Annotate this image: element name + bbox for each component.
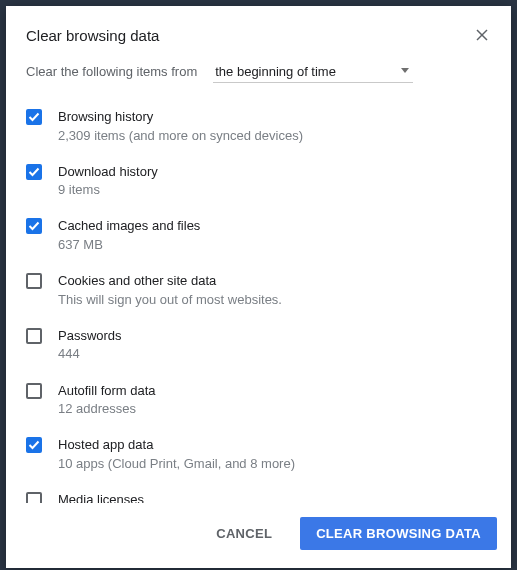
dialog-title: Clear browsing data xyxy=(26,27,159,44)
item-title: Passwords xyxy=(58,327,493,345)
cancel-button[interactable]: Cancel xyxy=(200,517,288,550)
item-title: Cookies and other site data xyxy=(58,272,493,290)
item-title: Cached images and files xyxy=(58,217,493,235)
item-subtitle: 12 addresses xyxy=(58,400,493,418)
item-row: Hosted app data10 apps (Cloud Print, Gma… xyxy=(24,427,493,482)
clear-browsing-data-button[interactable]: Clear browsing data xyxy=(300,517,497,550)
item-row: Cookies and other site dataThis will sig… xyxy=(24,263,493,318)
item-title: Hosted app data xyxy=(58,436,493,454)
checkbox[interactable] xyxy=(26,109,42,125)
item-subtitle: 9 items xyxy=(58,181,493,199)
checkbox[interactable] xyxy=(26,273,42,289)
item-texts: Browsing history2,309 items (and more on… xyxy=(58,108,493,145)
clear-browsing-data-dialog: Clear browsing data Clear the following … xyxy=(6,6,511,568)
item-row: Download history9 items xyxy=(24,154,493,209)
app-backdrop: Clear browsing data Clear the following … xyxy=(0,0,517,570)
timerange-value: the beginning of time xyxy=(215,64,336,79)
timerange-row: Clear the following items from the begin… xyxy=(6,54,511,97)
items-list: Browsing history2,309 items (and more on… xyxy=(6,97,511,503)
item-subtitle: 2,309 items (and more on synced devices) xyxy=(58,127,493,145)
item-row: Browsing history2,309 items (and more on… xyxy=(24,99,493,154)
item-texts: Cookies and other site dataThis will sig… xyxy=(58,272,493,309)
item-title: Download history xyxy=(58,163,493,181)
close-icon xyxy=(476,29,488,41)
chevron-down-icon xyxy=(401,68,409,73)
dialog-footer: Cancel Clear browsing data xyxy=(6,503,511,568)
item-subtitle: 637 MB xyxy=(58,236,493,254)
close-button[interactable] xyxy=(471,24,493,46)
checkbox[interactable] xyxy=(26,383,42,399)
item-row: Cached images and files637 MB xyxy=(24,208,493,263)
checkbox[interactable] xyxy=(26,218,42,234)
checkbox[interactable] xyxy=(26,164,42,180)
item-row: Media licensesYou may lose access to pre… xyxy=(24,482,493,503)
timerange-select[interactable]: the beginning of time xyxy=(213,64,413,83)
item-subtitle: 444 xyxy=(58,345,493,363)
item-title: Media licenses xyxy=(58,491,493,503)
item-title: Browsing history xyxy=(58,108,493,126)
checkbox[interactable] xyxy=(26,328,42,344)
checkbox[interactable] xyxy=(26,492,42,503)
item-texts: Media licensesYou may lose access to pre… xyxy=(58,491,493,503)
item-subtitle: This will sign you out of most websites. xyxy=(58,291,493,309)
checkbox[interactable] xyxy=(26,437,42,453)
item-title: Autofill form data xyxy=(58,382,493,400)
dialog-header: Clear browsing data xyxy=(6,6,511,54)
item-row: Autofill form data12 addresses xyxy=(24,373,493,428)
item-texts: Autofill form data12 addresses xyxy=(58,382,493,419)
item-texts: Download history9 items xyxy=(58,163,493,200)
item-texts: Cached images and files637 MB xyxy=(58,217,493,254)
item-texts: Passwords444 xyxy=(58,327,493,364)
timerange-label: Clear the following items from xyxy=(26,64,197,79)
item-row: Passwords444 xyxy=(24,318,493,373)
item-texts: Hosted app data10 apps (Cloud Print, Gma… xyxy=(58,436,493,473)
item-subtitle: 10 apps (Cloud Print, Gmail, and 8 more) xyxy=(58,455,493,473)
